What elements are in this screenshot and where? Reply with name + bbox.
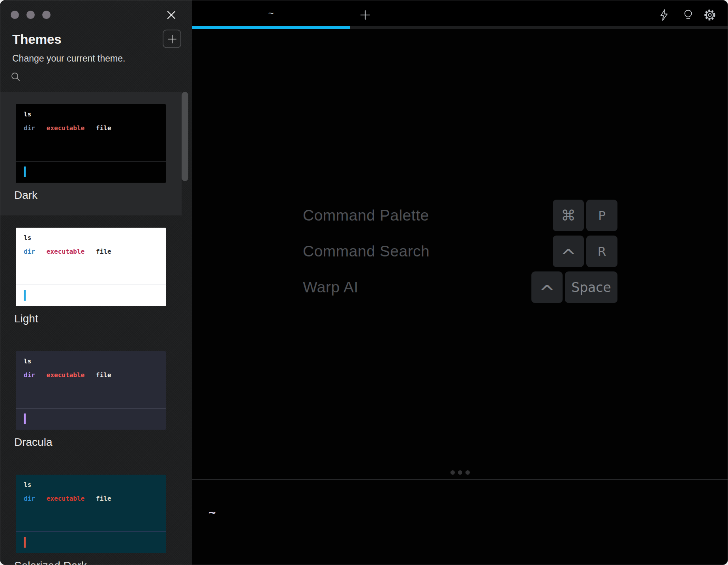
plus-icon bbox=[167, 34, 178, 45]
shortcut-row-command-search: Command Search ^ R bbox=[303, 236, 617, 267]
shortcut-label: Command Search bbox=[303, 243, 553, 260]
tips-button[interactable] bbox=[681, 8, 695, 22]
theme-name-label: Dracula bbox=[14, 436, 182, 449]
theme-search-button[interactable] bbox=[11, 72, 21, 82]
warp-window: ~ Command Palette bbox=[0, 0, 728, 565]
preview-cursor bbox=[24, 537, 26, 548]
active-tab-indicator bbox=[192, 26, 350, 29]
window-controls bbox=[11, 11, 51, 19]
tab-title: ~ bbox=[268, 8, 274, 19]
preview-input-row bbox=[16, 409, 166, 430]
theme-item-light[interactable]: ls dir executable file Light bbox=[0, 215, 182, 339]
new-tab-button[interactable] bbox=[358, 7, 373, 22]
preview-token-dir: dir bbox=[24, 124, 35, 132]
preview-token-file: file bbox=[96, 495, 111, 502]
plus-icon bbox=[359, 9, 371, 21]
p-key: P bbox=[586, 200, 617, 231]
preview-token-executable: executable bbox=[47, 248, 84, 255]
preview-input-row bbox=[16, 285, 166, 306]
theme-name-label: Solarized Dark bbox=[14, 559, 182, 565]
ctrl-key: ^ bbox=[531, 271, 563, 303]
preview-cmd: ls bbox=[24, 481, 31, 488]
terminal-input-area[interactable]: ~ bbox=[192, 480, 728, 565]
theme-list: ls dir executable file Dark ls dir execu… bbox=[0, 92, 182, 565]
panel-subtitle: Change your current theme. bbox=[12, 53, 125, 64]
preview-cursor bbox=[24, 413, 26, 424]
shortcut-keys: ^ R bbox=[553, 236, 617, 267]
lightning-icon bbox=[658, 9, 670, 21]
shortcut-hints: Command Palette ⌘ P Command Search ^ R W… bbox=[303, 200, 617, 307]
panel-title: Themes bbox=[12, 32, 62, 47]
shortcut-label: Warp AI bbox=[303, 279, 531, 296]
preview-token-file: file bbox=[96, 124, 111, 132]
r-key: R bbox=[586, 236, 617, 267]
shortcut-label: Command Palette bbox=[303, 207, 553, 224]
lightbulb-icon bbox=[682, 9, 694, 21]
theme-name-label: Light bbox=[14, 312, 182, 325]
preview-token-executable: executable bbox=[47, 371, 84, 379]
preview-cmd: ls bbox=[24, 234, 31, 241]
settings-button[interactable] bbox=[703, 8, 717, 22]
theme-preview-card: ls dir executable file bbox=[16, 104, 166, 183]
space-key: Space bbox=[565, 271, 617, 303]
search-icon bbox=[11, 72, 21, 82]
preview-token-executable: executable bbox=[47, 124, 84, 132]
theme-preview-card: ls dir executable file bbox=[16, 475, 166, 553]
preview-cursor bbox=[24, 167, 26, 177]
theme-name-label: Dark bbox=[14, 189, 182, 202]
tab-underline-strip bbox=[192, 26, 728, 29]
preview-token-dir: dir bbox=[24, 495, 35, 502]
shortcut-keys: ⌘ P bbox=[553, 200, 617, 231]
prompt-tilde: ~ bbox=[208, 505, 216, 519]
preview-token-dir: dir bbox=[24, 248, 35, 255]
traffic-light-maximize[interactable] bbox=[42, 11, 51, 19]
shortcut-row-warp-ai: Warp AI ^ Space bbox=[303, 271, 617, 303]
theme-item-solarized-dark[interactable]: ls dir executable file Solarized Dark bbox=[0, 462, 182, 565]
cmd-key: ⌘ bbox=[553, 200, 584, 231]
gear-icon bbox=[703, 8, 717, 22]
add-theme-button[interactable] bbox=[163, 30, 181, 48]
preview-token-dir: dir bbox=[24, 371, 35, 379]
preview-input-row bbox=[16, 162, 166, 183]
close-icon bbox=[166, 10, 176, 20]
ctrl-key: ^ bbox=[553, 236, 584, 267]
themes-sidebar: Themes Change your current theme. ls dir… bbox=[0, 0, 192, 565]
quick-actions-button[interactable] bbox=[657, 8, 671, 22]
preview-cmd: ls bbox=[24, 110, 31, 118]
preview-token-executable: executable bbox=[47, 495, 84, 502]
theme-preview-card: ls dir executable file bbox=[16, 228, 166, 306]
close-panel-button[interactable] bbox=[166, 9, 177, 21]
preview-input-row bbox=[16, 532, 166, 553]
shortcut-row-command-palette: Command Palette ⌘ P bbox=[303, 200, 617, 231]
tab-home[interactable]: ~ bbox=[192, 0, 350, 26]
theme-item-dracula[interactable]: ls dir executable file Dracula bbox=[0, 339, 182, 462]
theme-item-dark[interactable]: ls dir executable file Dark bbox=[0, 92, 182, 215]
sidebar-scrollbar-thumb[interactable] bbox=[182, 92, 188, 181]
preview-token-file: file bbox=[96, 248, 111, 255]
traffic-light-close[interactable] bbox=[11, 11, 19, 19]
block-menu-dots[interactable] bbox=[450, 470, 470, 475]
preview-cursor bbox=[24, 290, 26, 301]
traffic-light-minimize[interactable] bbox=[26, 11, 35, 19]
preview-token-file: file bbox=[96, 371, 111, 379]
theme-preview-card: ls dir executable file bbox=[16, 351, 166, 430]
preview-cmd: ls bbox=[24, 357, 31, 365]
shortcut-keys: ^ Space bbox=[531, 271, 617, 303]
